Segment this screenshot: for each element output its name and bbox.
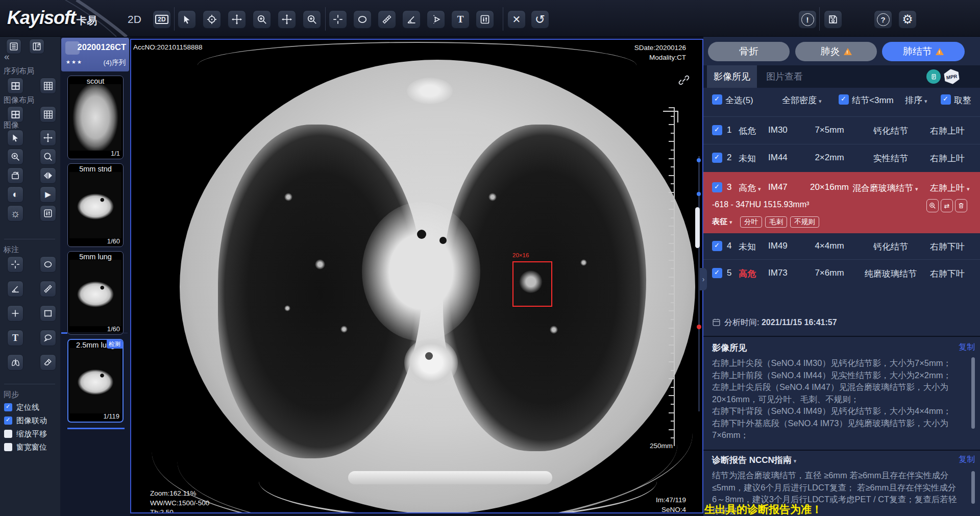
- sync-option-image-link[interactable]: 图像联动: [4, 415, 47, 426]
- ellipse-tool-button[interactable]: [353, 10, 372, 29]
- nodule-location-dropdown[interactable]: 左肺上叶▾: [930, 182, 970, 194]
- nodule-roi-box[interactable]: [512, 261, 552, 307]
- nodule-marker-dot[interactable]: [697, 192, 701, 196]
- trait-dropdown[interactable]: 表征▾: [712, 217, 732, 227]
- copy-findings-button[interactable]: 复制: [959, 342, 975, 353]
- nodule-row-4[interactable]: 4 未知 IM49 4×4mm 钙化结节 右肺下叶: [703, 233, 980, 259]
- nodule-row-1[interactable]: 1 低危 IM30 7×5mm 钙化结节 右肺上叶: [703, 116, 980, 144]
- thumbnail-5mm-stnd[interactable]: 5mm stnd 1/60: [67, 163, 124, 247]
- nodule-checkbox[interactable]: [712, 125, 722, 135]
- reset-button[interactable]: ↺: [531, 10, 549, 29]
- localizer-tool-button[interactable]: [203, 10, 221, 29]
- nodule-row-3-selected[interactable]: 3 高危▾ IM47 20×16mm 混合磨玻璃结节▾ 左肺上叶▾ -618 -…: [703, 172, 980, 233]
- nodule-marker-dot[interactable]: [697, 158, 701, 162]
- anno-ellipse-button[interactable]: [40, 256, 56, 273]
- anno-crosshair-button[interactable]: [7, 256, 23, 273]
- anno-angle-button[interactable]: [7, 281, 23, 297]
- report-scrollbar[interactable]: [971, 471, 975, 504]
- eraser-button[interactable]: [40, 354, 56, 371]
- window-level-tool-button[interactable]: [476, 10, 494, 29]
- thumbnail-scout[interactable]: scout 1/1: [67, 76, 124, 159]
- sync-option-zoom-pan[interactable]: 缩放平移: [4, 429, 47, 439]
- anno-text-button[interactable]: T: [7, 330, 23, 346]
- move-tool-button[interactable]: [228, 10, 246, 29]
- magnify-nodule-button[interactable]: [926, 199, 939, 212]
- brightness-button[interactable]: ☼: [7, 205, 23, 222]
- nodule-row-2[interactable]: 2 未知 IM44 2×2mm 实性结节 右肺上叶: [703, 144, 980, 172]
- lung-segment-button[interactable]: [7, 354, 23, 371]
- report-bubble-button[interactable]: [926, 69, 941, 84]
- rotate-image-button[interactable]: [7, 167, 23, 184]
- compare-nodule-button[interactable]: ⇄: [941, 199, 953, 212]
- anno-cross-button[interactable]: [7, 305, 23, 322]
- mpr-button[interactable]: MPR: [943, 68, 961, 85]
- nodule-checkbox[interactable]: [712, 268, 722, 278]
- checkbox-unchecked[interactable]: [4, 443, 12, 451]
- sync-option-window[interactable]: 窗宽窗位: [4, 442, 47, 452]
- slice-scrollbar-thumb[interactable]: [695, 207, 700, 248]
- density-dropdown[interactable]: 全部密度▾: [782, 94, 822, 106]
- nodule-checkbox[interactable]: [712, 153, 722, 163]
- delete-annotation-button[interactable]: ✕: [507, 10, 526, 29]
- round-label[interactable]: 取整: [954, 94, 971, 106]
- pointer-button[interactable]: [7, 130, 23, 146]
- checkbox-checked[interactable]: [4, 403, 12, 411]
- series-layout-2x2-button[interactable]: [7, 78, 23, 94]
- thumbnail-2-5mm-lung-selected[interactable]: 2.5mm lung 检测 1/119: [67, 339, 124, 423]
- pan-button[interactable]: [40, 130, 56, 146]
- study-header[interactable]: 20200126CT ★★★ (4)序列: [61, 38, 129, 71]
- zoom-in-tool-button[interactable]: [253, 10, 271, 29]
- trait-chip[interactable]: 分叶: [740, 216, 762, 228]
- sort-dropdown[interactable]: 排序▾: [905, 94, 927, 106]
- flip-button[interactable]: [40, 167, 56, 184]
- settings-button[interactable]: ⚙: [898, 10, 917, 29]
- delete-nodule-button[interactable]: [955, 199, 967, 212]
- copy-report-button[interactable]: 复制: [959, 454, 975, 465]
- pan-tool-button[interactable]: [278, 10, 296, 29]
- anno-rect-button[interactable]: [40, 305, 56, 322]
- layout-2d-button[interactable]: 2D: [153, 10, 171, 29]
- select-all-checkbox[interactable]: [712, 94, 722, 105]
- image-layout-3x3-button[interactable]: [40, 106, 56, 122]
- help-button[interactable]: ?: [874, 10, 892, 29]
- checkbox-checked[interactable]: [4, 416, 12, 425]
- lt3mm-label[interactable]: 结节<3mm: [852, 94, 894, 106]
- current-slice-dot[interactable]: [697, 325, 701, 329]
- collapse-sidebar-button[interactable]: «: [4, 51, 10, 62]
- tab-image-view[interactable]: 图片查看: [760, 65, 810, 88]
- ruler-tool-button[interactable]: [378, 10, 396, 29]
- lt3mm-checkbox[interactable]: [839, 94, 849, 105]
- nodule-risk-dropdown[interactable]: 高危▾: [739, 182, 761, 194]
- text-tool-button[interactable]: T: [451, 10, 470, 29]
- tab-fracture[interactable]: 骨折: [708, 42, 790, 61]
- checkbox-unchecked[interactable]: [4, 430, 12, 438]
- zoom-in-button[interactable]: [7, 149, 23, 165]
- trait-chip[interactable]: 毛刺: [765, 216, 787, 228]
- alert-button[interactable]: !: [798, 10, 817, 29]
- nodule-checkbox[interactable]: [712, 182, 722, 192]
- anno-ruler-button[interactable]: [40, 281, 56, 297]
- findings-scrollbar[interactable]: [971, 357, 975, 429]
- nodule-checkbox[interactable]: [712, 241, 722, 251]
- nodule-row-5[interactable]: 5 高危 IM73 7×6mm 纯磨玻璃结节 右肺下叶: [703, 259, 980, 287]
- window-level-button[interactable]: [40, 205, 56, 222]
- tab-image-findings[interactable]: 影像所见: [707, 65, 757, 88]
- nodule-type-dropdown[interactable]: 混合磨玻璃结节▾: [852, 182, 918, 194]
- series-layout-3x3-button[interactable]: [40, 78, 56, 94]
- close-series-button[interactable]: [29, 39, 44, 54]
- angle-tool-button[interactable]: [402, 10, 421, 29]
- magnify-button[interactable]: [40, 149, 56, 165]
- cine-play-button[interactable]: ▶: [40, 186, 56, 203]
- magnify-tool-button[interactable]: [303, 10, 321, 29]
- save-button[interactable]: [824, 10, 842, 29]
- ct-viewport[interactable]: AccNO:202101158888 SDate:20200126 Modali…: [130, 39, 703, 513]
- tab-lung-nodule[interactable]: 肺结节: [882, 42, 965, 61]
- trait-chip[interactable]: 不规则: [790, 216, 819, 228]
- link-icon[interactable]: [678, 75, 690, 86]
- select-tool-button[interactable]: [178, 10, 196, 29]
- anno-callout-button[interactable]: [40, 330, 56, 346]
- cobb-angle-tool-button[interactable]: [427, 10, 445, 29]
- thumbnail-5mm-lung[interactable]: 5mm lung 1/60: [67, 251, 124, 335]
- invert-button[interactable]: ◐: [7, 186, 23, 203]
- sync-option-localizer[interactable]: 定位线: [4, 402, 39, 412]
